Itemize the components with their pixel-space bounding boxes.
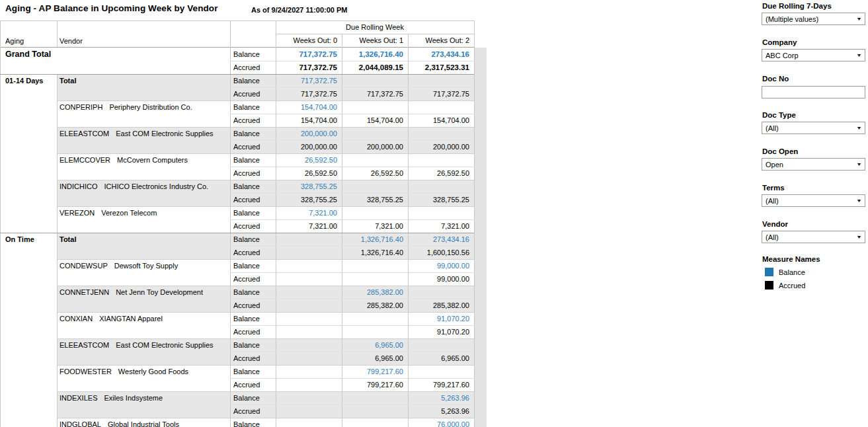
value-cell[interactable] (408, 206, 474, 219)
measure-label[interactable]: Accrued (230, 219, 276, 233)
measure-label[interactable]: Balance (230, 153, 276, 167)
doc-no-input[interactable] (762, 86, 865, 98)
value-cell[interactable] (408, 365, 474, 378)
measure-label[interactable]: Accrued (230, 61, 276, 74)
value-cell[interactable] (342, 100, 408, 114)
value-cell[interactable]: 7,321.00 (276, 206, 342, 219)
value-cell[interactable]: 26,592.50 (342, 167, 408, 180)
vendor-cell[interactable]: ELEEASTCOMEast COM Electronic Supplies (57, 127, 230, 140)
value-cell[interactable]: 200,000.00 (276, 140, 342, 153)
value-cell[interactable] (408, 286, 474, 299)
value-cell[interactable]: 2,317,523.31 (408, 61, 474, 74)
value-cell[interactable]: 717,372.75 (276, 61, 342, 74)
vendor-cell[interactable]: ELEMCCOVERMcCovern Computers (57, 153, 230, 167)
measure-label[interactable]: Balance (230, 180, 276, 193)
measure-label[interactable]: Balance (230, 365, 276, 378)
value-cell[interactable]: 200,000.00 (342, 140, 408, 153)
value-cell[interactable] (276, 259, 342, 272)
aging-section-label[interactable]: On Time (0, 233, 57, 246)
value-cell[interactable] (276, 391, 342, 405)
value-cell[interactable]: 799,217.60 (342, 365, 408, 378)
column-header-aging[interactable]: Aging (0, 20, 57, 47)
value-cell[interactable]: 99,000.00 (408, 272, 474, 286)
total-cell[interactable]: Total (57, 74, 230, 87)
value-cell[interactable]: 1,326,716.40 (342, 233, 408, 246)
company-dropdown[interactable]: ABC Corp ▼ (762, 49, 865, 61)
measure-label[interactable]: Accrued (230, 87, 276, 100)
value-cell[interactable] (408, 100, 474, 114)
value-cell[interactable]: 76,000.00 (408, 418, 474, 427)
value-cell[interactable] (342, 312, 408, 325)
measure-label[interactable]: Accrued (230, 352, 276, 365)
value-cell[interactable]: 717,372.75 (342, 87, 408, 100)
value-cell[interactable] (342, 405, 408, 418)
value-cell[interactable]: 285,382.00 (342, 299, 408, 312)
value-cell[interactable] (276, 233, 342, 246)
measure-label[interactable]: Accrued (230, 167, 276, 180)
measure-label[interactable]: Accrued (230, 272, 276, 286)
measure-label[interactable]: Balance (230, 206, 276, 219)
vendor-cell[interactable]: CONDEWSUPDewsoft Toy Supply (57, 259, 230, 272)
value-cell[interactable]: 328,755.25 (342, 193, 408, 206)
measure-label[interactable]: Balance (230, 391, 276, 405)
value-cell[interactable] (408, 338, 474, 352)
value-cell[interactable] (342, 272, 408, 286)
value-cell[interactable]: 328,755.25 (276, 180, 342, 193)
value-cell[interactable] (276, 312, 342, 325)
value-cell[interactable]: 7,321.00 (276, 219, 342, 233)
value-cell[interactable] (276, 299, 342, 312)
vendor-cell[interactable]: ELEEASTCOMEast COM Electronic Supplies (57, 338, 230, 352)
value-cell[interactable] (342, 153, 408, 167)
value-cell[interactable]: 717,372.75 (276, 48, 342, 61)
value-cell[interactable]: 285,382.00 (408, 299, 474, 312)
column-header-due-rolling-week[interactable]: Due Rolling Week (276, 20, 474, 34)
vendor-cell[interactable]: INDEXILESExiles Indsysteme (57, 391, 230, 405)
value-cell[interactable] (342, 418, 408, 427)
value-cell[interactable] (408, 153, 474, 167)
value-cell[interactable]: 1,600,150.56 (408, 246, 474, 259)
value-cell[interactable]: 273,434.16 (408, 233, 474, 246)
vendor-cell[interactable]: VEREZONVerezon Telecom (57, 206, 230, 219)
value-cell[interactable]: 6,965.00 (342, 352, 408, 365)
measure-label[interactable]: Accrued (230, 193, 276, 206)
value-cell[interactable]: 154,704.00 (276, 100, 342, 114)
measure-label[interactable]: Accrued (230, 140, 276, 153)
value-cell[interactable] (342, 180, 408, 193)
value-cell[interactable]: 5,263.96 (408, 391, 474, 405)
measure-label[interactable]: Balance (230, 74, 276, 87)
measure-label[interactable]: Balance (230, 100, 276, 114)
total-cell[interactable]: Total (57, 233, 230, 246)
value-cell[interactable]: 91,070.20 (408, 325, 474, 338)
value-cell[interactable]: 717,372.75 (408, 87, 474, 100)
column-header-weeks-out-1[interactable]: Weeks Out: 1 (342, 34, 408, 47)
value-cell[interactable] (342, 391, 408, 405)
vendor-cell[interactable]: CONNETJENNNet Jenn Toy Development (57, 286, 230, 299)
value-cell[interactable] (342, 127, 408, 140)
value-cell[interactable]: 7,321.00 (408, 219, 474, 233)
value-cell[interactable] (276, 405, 342, 418)
value-cell[interactable] (342, 74, 408, 87)
value-cell[interactable] (342, 325, 408, 338)
measure-label[interactable]: Accrued (230, 405, 276, 418)
value-cell[interactable]: 717,372.75 (276, 74, 342, 87)
vendor-cell[interactable]: FOODWESTERWesterly Good Foods (57, 365, 230, 378)
value-cell[interactable]: 799,217.60 (408, 378, 474, 391)
doc-open-dropdown[interactable]: Open ▼ (762, 158, 865, 171)
measure-label[interactable]: Balance (230, 48, 276, 61)
value-cell[interactable] (276, 286, 342, 299)
value-cell[interactable]: 328,755.25 (408, 193, 474, 206)
value-cell[interactable] (408, 127, 474, 140)
value-cell[interactable] (342, 259, 408, 272)
value-cell[interactable]: 26,592.50 (408, 167, 474, 180)
measure-label[interactable]: Balance (230, 259, 276, 272)
value-cell[interactable]: 7,321.00 (342, 219, 408, 233)
value-cell[interactable]: 91,070.20 (408, 312, 474, 325)
measure-label[interactable]: Balance (230, 233, 276, 246)
vendor-cell[interactable]: CONPERIPHPeriphery Distribution Co. (57, 100, 230, 114)
due-rolling-7-days-dropdown[interactable]: (Multiple values) ▼ (762, 13, 865, 25)
value-cell[interactable]: 328,755.25 (276, 193, 342, 206)
value-cell[interactable]: 6,965.00 (342, 338, 408, 352)
value-cell[interactable]: 26,592.50 (276, 153, 342, 167)
value-cell[interactable] (276, 378, 342, 391)
value-cell[interactable] (342, 206, 408, 219)
